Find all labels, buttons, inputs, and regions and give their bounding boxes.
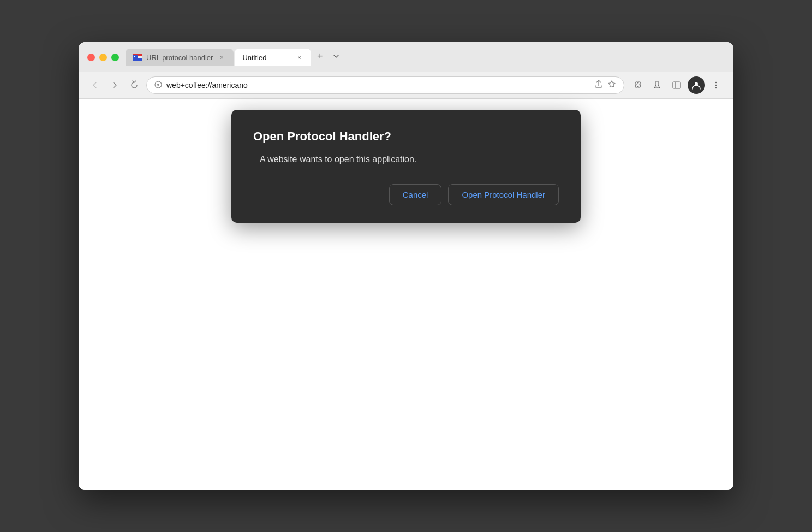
sidebar-button[interactable] bbox=[668, 76, 685, 94]
tab-title-1: URL protocol handler bbox=[146, 54, 213, 62]
page-content: Open Protocol Handler? A website wants t… bbox=[79, 99, 733, 490]
forward-button[interactable] bbox=[107, 78, 122, 93]
tab-close-2[interactable]: × bbox=[295, 53, 303, 62]
open-protocol-handler-button[interactable]: Open Protocol Handler bbox=[448, 184, 559, 205]
svg-point-12 bbox=[715, 85, 717, 86]
toolbar-actions bbox=[629, 76, 725, 94]
svg-point-7 bbox=[656, 86, 657, 87]
window-controls bbox=[87, 54, 119, 61]
dialog-buttons: Cancel Open Protocol Handler bbox=[253, 184, 559, 205]
share-icon[interactable] bbox=[594, 80, 603, 91]
svg-point-11 bbox=[715, 82, 717, 83]
address-bar: web+coffee://americano bbox=[79, 72, 733, 99]
tab-menu-button[interactable] bbox=[329, 49, 344, 64]
close-button[interactable] bbox=[87, 54, 95, 61]
new-tab-button[interactable]: + bbox=[312, 49, 327, 64]
security-icon bbox=[154, 81, 162, 90]
profile-button[interactable] bbox=[688, 76, 705, 94]
back-button[interactable] bbox=[87, 78, 103, 93]
tab-title-2: Untitled bbox=[242, 54, 290, 62]
tab-url-protocol-handler[interactable]: URL protocol handler × bbox=[126, 49, 234, 66]
svg-point-6 bbox=[157, 84, 159, 86]
tabs-row: URL protocol handler × Untitled × + bbox=[126, 49, 725, 66]
url-bar[interactable]: web+coffee://americano bbox=[146, 76, 624, 94]
lab-button[interactable] bbox=[648, 76, 666, 94]
url-text: web+coffee://americano bbox=[166, 81, 590, 90]
maximize-button[interactable] bbox=[111, 54, 119, 61]
dialog-title: Open Protocol Handler? bbox=[253, 129, 559, 144]
title-bar-top: URL protocol handler × Untitled × + bbox=[87, 49, 725, 66]
svg-point-8 bbox=[657, 87, 658, 87]
tab-untitled[interactable]: Untitled × bbox=[235, 49, 311, 66]
cancel-button[interactable]: Cancel bbox=[389, 184, 442, 205]
svg-rect-2 bbox=[133, 58, 142, 61]
bookmark-icon[interactable] bbox=[607, 80, 616, 91]
more-button[interactable] bbox=[707, 76, 725, 94]
tab-close-1[interactable]: × bbox=[217, 53, 226, 62]
dialog-body: A website wants to open this application… bbox=[253, 155, 559, 164]
protocol-handler-dialog: Open Protocol Handler? A website wants t… bbox=[231, 110, 581, 223]
minimize-button[interactable] bbox=[99, 54, 107, 61]
tab-favicon-1 bbox=[133, 53, 142, 62]
title-bar: URL protocol handler × Untitled × + bbox=[79, 42, 733, 72]
extensions-button[interactable] bbox=[629, 76, 646, 94]
reload-button[interactable] bbox=[127, 78, 142, 93]
svg-point-13 bbox=[715, 87, 717, 88]
browser-window: URL protocol handler × Untitled × + bbox=[79, 42, 733, 490]
svg-rect-9 bbox=[673, 82, 680, 88]
svg-rect-3 bbox=[133, 55, 138, 58]
